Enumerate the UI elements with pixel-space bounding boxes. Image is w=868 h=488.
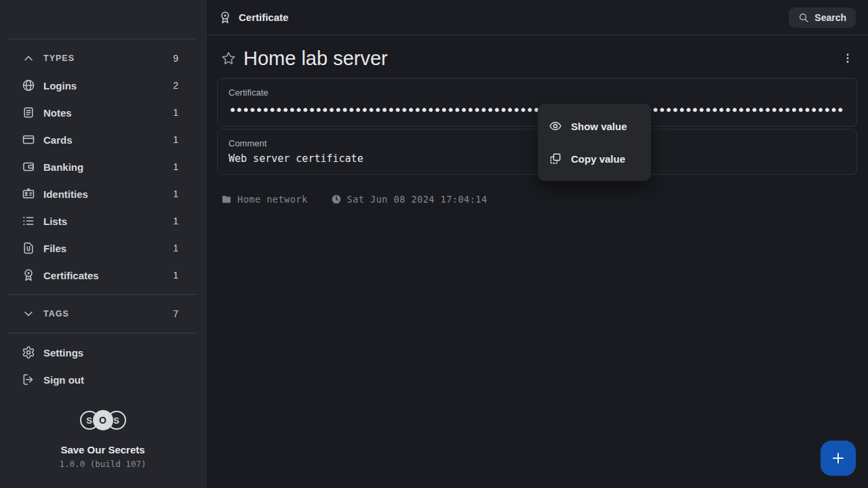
field-card-certificate[interactable]: Certificate ••••••••••••••••••••••••••••… bbox=[217, 78, 857, 127]
masked-field-value[interactable]: ••••••••••••••••••••••••••••••••••••••••… bbox=[229, 102, 846, 117]
file-attachment-icon bbox=[22, 241, 35, 255]
sidebar-group-count: 9 bbox=[173, 53, 178, 64]
sidebar-group-count: 7 bbox=[173, 308, 178, 319]
app-branding: S O S Save Our Secrets 1.0.0 (build 107) bbox=[0, 409, 205, 488]
copy-icon bbox=[549, 152, 562, 165]
add-entry-fab[interactable] bbox=[821, 441, 856, 476]
timestamp-text: Sat Jun 08 2024 17:04:14 bbox=[347, 194, 488, 205]
sidebar-item-count: 1 bbox=[173, 188, 178, 199]
main-area: Certificate Search Home lab server Certi… bbox=[206, 0, 868, 488]
sidebar-item-lists[interactable]: Lists 1 bbox=[0, 207, 205, 235]
globe-icon bbox=[22, 79, 35, 92]
sidebar-group-label: TAGS bbox=[43, 309, 173, 319]
entry-meta-row: Home network Sat Jun 08 2024 17:04:14 bbox=[217, 194, 857, 205]
folder-icon bbox=[221, 194, 232, 205]
sidebar-types-header[interactable]: TYPES 9 bbox=[0, 45, 205, 72]
search-button[interactable]: Search bbox=[789, 7, 856, 28]
sidebar: TYPES 9 Logins 2 Notes 1 Cards 1 bbox=[0, 0, 206, 488]
kebab-menu-button[interactable] bbox=[838, 49, 857, 68]
sidebar-types-group: TYPES 9 Logins 2 Notes 1 Cards 1 bbox=[0, 39, 205, 294]
context-menu-item-label: Copy value bbox=[571, 153, 625, 165]
id-card-icon bbox=[22, 187, 35, 201]
award-icon bbox=[218, 11, 232, 24]
search-icon bbox=[798, 12, 809, 23]
logo-letter-o: O bbox=[93, 410, 113, 430]
sidebar-top-spacer bbox=[0, 0, 205, 39]
logout-icon bbox=[22, 373, 35, 386]
sidebar-tags-group: TAGS 7 bbox=[0, 295, 205, 333]
entry-title-row: Home lab server bbox=[217, 35, 857, 69]
sidebar-item-count: 1 bbox=[173, 161, 178, 172]
field-label: Comment bbox=[229, 138, 846, 149]
sidebar-item-label: Cards bbox=[43, 134, 173, 146]
topbar: Certificate Search bbox=[206, 0, 868, 35]
app-version: 1.0.0 (build 107) bbox=[0, 459, 205, 469]
entry-title: Home lab server bbox=[243, 47, 388, 70]
folder-name: Home network bbox=[237, 194, 308, 205]
folder-meta: Home network bbox=[221, 194, 308, 205]
sidebar-item-cards[interactable]: Cards 1 bbox=[0, 126, 205, 153]
sidebar-item-label: Settings bbox=[43, 347, 178, 359]
field-label: Certificate bbox=[229, 87, 846, 98]
topbar-title: Certificate bbox=[239, 12, 288, 23]
sidebar-item-certificates[interactable]: Certificates 1 bbox=[0, 262, 205, 289]
sidebar-item-label: Lists bbox=[43, 216, 173, 227]
sidebar-footer-group: Settings Sign out bbox=[0, 333, 205, 399]
field-card-comment[interactable]: Comment Web server certificate bbox=[217, 129, 857, 175]
sidebar-item-banking[interactable]: Banking 1 bbox=[0, 153, 205, 180]
credit-card-icon bbox=[22, 133, 35, 146]
app-name: Save Our Secrets bbox=[0, 444, 205, 455]
chevron-up-icon bbox=[22, 52, 35, 65]
sidebar-item-label: Sign out bbox=[43, 374, 178, 386]
note-icon bbox=[22, 106, 35, 119]
sidebar-item-identities[interactable]: Identities 1 bbox=[0, 180, 205, 207]
search-button-label: Search bbox=[814, 12, 846, 23]
sidebar-item-label: Logins bbox=[43, 80, 173, 92]
sidebar-tags-header[interactable]: TAGS 7 bbox=[0, 300, 205, 327]
context-menu: Show value Copy value bbox=[538, 104, 651, 181]
sidebar-item-settings[interactable]: Settings bbox=[0, 339, 205, 366]
eye-icon bbox=[549, 119, 562, 133]
clock-icon bbox=[331, 194, 342, 205]
sidebar-item-count: 1 bbox=[173, 243, 178, 253]
entry-detail: Home lab server Certificate ••••••••••••… bbox=[206, 35, 868, 488]
chevron-down-icon bbox=[22, 307, 35, 321]
plus-icon bbox=[830, 450, 846, 466]
sidebar-item-label: Banking bbox=[43, 161, 173, 173]
sidebar-item-label: Identities bbox=[43, 188, 173, 200]
sidebar-group-label: TYPES bbox=[43, 54, 173, 63]
gear-icon bbox=[22, 346, 35, 359]
context-menu-item-label: Show value bbox=[571, 121, 627, 132]
sidebar-item-count: 1 bbox=[173, 270, 178, 281]
context-menu-copy-value[interactable]: Copy value bbox=[538, 142, 651, 175]
field-value: Web server certificate bbox=[229, 152, 846, 165]
wallet-icon bbox=[22, 160, 35, 174]
sidebar-item-files[interactable]: Files 1 bbox=[0, 235, 205, 262]
sidebar-item-notes[interactable]: Notes 1 bbox=[0, 99, 205, 126]
sidebar-item-count: 1 bbox=[173, 216, 178, 226]
list-icon bbox=[22, 214, 35, 228]
sidebar-item-logins[interactable]: Logins 2 bbox=[0, 72, 205, 99]
sidebar-item-label: Files bbox=[43, 243, 173, 254]
sidebar-item-sign-out[interactable]: Sign out bbox=[0, 366, 205, 393]
sidebar-item-label: Notes bbox=[43, 107, 173, 119]
favorite-star-icon[interactable] bbox=[221, 51, 236, 66]
sidebar-item-label: Certificates bbox=[43, 270, 173, 281]
sos-logo: S O S bbox=[0, 409, 205, 432]
timestamp-meta: Sat Jun 08 2024 17:04:14 bbox=[331, 194, 488, 205]
context-menu-show-value[interactable]: Show value bbox=[538, 110, 651, 142]
award-icon bbox=[22, 268, 35, 282]
sidebar-item-count: 1 bbox=[173, 107, 178, 118]
sidebar-item-count: 2 bbox=[173, 80, 178, 91]
sidebar-item-count: 1 bbox=[173, 134, 178, 145]
field-cards: Certificate ••••••••••••••••••••••••••••… bbox=[217, 78, 857, 175]
